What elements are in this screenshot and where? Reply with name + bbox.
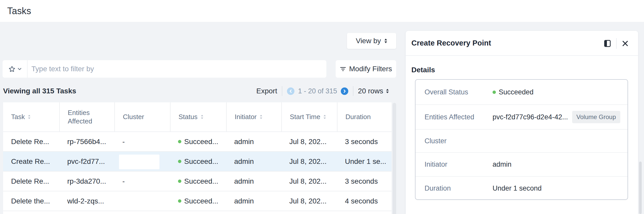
overall-status-value: Succeeded	[493, 88, 533, 96]
table-row-selected[interactable]: Create Re... pvc-f2d77... Succeed... adm…	[3, 151, 392, 171]
modify-filters-label: Modify Filters	[349, 65, 392, 73]
cell-entities: rp-7566b4...	[67, 132, 106, 151]
cell-start-time: Jul 8, 202...	[289, 172, 327, 191]
cell-start-time: Jul 8, 202...	[289, 191, 327, 211]
sort-toggle-icon	[384, 38, 387, 43]
viewing-count-text: Viewing all 315 Tasks	[3, 84, 76, 98]
detail-row-overall-status: Overall Status Succeeded	[416, 80, 628, 104]
cluster-cell-overlay	[119, 155, 159, 169]
filter-bar	[3, 60, 326, 78]
cell-task: Delete Re...	[11, 172, 49, 191]
page-title: Tasks	[7, 6, 31, 16]
export-button[interactable]: Export	[256, 87, 277, 95]
table-row[interactable]: Delete the... wld-2-zqs... Succeed... ad…	[3, 191, 392, 211]
panel-title: Create Recovery Point	[411, 39, 491, 47]
divider	[616, 38, 617, 49]
cell-status: Succeed...	[178, 191, 218, 211]
panel-actions	[604, 31, 628, 56]
saved-filters-dropdown[interactable]	[3, 60, 28, 78]
cell-start-time: Jul 8, 202...	[289, 152, 327, 171]
table-header-row: Task Entities Affected Cluster Status In…	[3, 102, 392, 131]
sort-icon	[260, 115, 262, 119]
detail-row-cluster: Cluster	[416, 129, 628, 152]
cell-cluster: -	[122, 172, 125, 191]
cell-task: Delete the...	[11, 191, 50, 211]
view-by-label: View by	[356, 37, 381, 45]
cell-start-time: Jul 8, 202...	[289, 132, 327, 151]
table-row[interactable]	[3, 211, 392, 214]
cell-cluster: -	[122, 132, 125, 151]
column-header-entities-affected[interactable]: Entities Affected	[59, 102, 114, 131]
column-header-initiator[interactable]: Initiator	[226, 102, 281, 131]
table-controls: Export 1 - 20 of 315 20 rows	[256, 85, 389, 97]
details-card: Overall Status Succeeded Entities Affect…	[415, 79, 628, 200]
filter-funnel-icon	[340, 66, 346, 72]
cell-status: Succeed...	[178, 152, 218, 171]
close-icon[interactable]	[622, 40, 628, 47]
column-header-start-time[interactable]: Start Time	[281, 102, 337, 131]
divider	[353, 86, 353, 96]
entities-affected-value[interactable]: pvc-f2d77c96-d2e4-42...	[493, 113, 568, 121]
pagination-next-button[interactable]	[341, 87, 348, 95]
pagination-prev-button[interactable]	[287, 87, 294, 95]
cell-task: Create Re...	[11, 152, 50, 171]
status-dot-icon	[178, 199, 181, 203]
panel-header: Create Recovery Point	[406, 31, 638, 56]
filter-text-input[interactable]	[31, 60, 323, 78]
cell-initiator: admin	[234, 152, 254, 171]
detail-row-entities-affected: Entities Affected pvc-f2d77c96-d2e4-42..…	[416, 104, 628, 129]
cell-initiator: admin	[234, 191, 254, 211]
status-dot-icon	[178, 160, 181, 163]
rows-per-page-label: 20 rows	[358, 87, 383, 95]
status-dot-icon	[178, 180, 181, 183]
detail-row-initiator: Initiator admin	[416, 152, 628, 176]
sort-icon	[201, 115, 204, 119]
divider	[282, 86, 282, 96]
table-row[interactable]: Delete Re... rp-7566b4... - Succeed... a…	[3, 131, 392, 151]
cell-status: Succeed...	[178, 172, 218, 191]
cell-initiator: admin	[234, 132, 254, 151]
status-dot-icon	[178, 140, 181, 143]
status-dot-icon	[493, 91, 496, 94]
column-header-cluster[interactable]: Cluster	[114, 102, 170, 131]
details-panel: Create Recovery Point Details Overall St…	[406, 31, 638, 214]
cell-status: Succeed...	[178, 132, 218, 151]
cell-duration: 3 seconds	[345, 172, 378, 191]
modify-filters-button[interactable]: Modify Filters	[336, 60, 396, 78]
chevron-down-icon	[18, 68, 21, 70]
table-scrollbar[interactable]	[393, 103, 396, 214]
column-header-status[interactable]: Status	[170, 102, 226, 131]
expand-panel-button[interactable]	[604, 40, 611, 47]
sort-icon	[323, 115, 326, 119]
view-by-button[interactable]: View by	[347, 33, 396, 49]
cell-duration: 4 seconds	[345, 191, 378, 211]
entity-type-badge: Volume Group	[572, 111, 620, 123]
cell-duration: Under 1 se...	[345, 152, 386, 171]
star-icon	[9, 66, 15, 73]
cell-initiator: admin	[234, 172, 254, 191]
cell-task: Delete Re...	[11, 132, 49, 151]
sort-icon	[28, 115, 31, 119]
cell-entities: wld-2-zqs...	[67, 191, 104, 211]
tasks-table: Task Entities Affected Cluster Status In…	[3, 102, 392, 214]
page-scrollbar[interactable]	[639, 162, 642, 214]
rows-per-page-selector[interactable]: 20 rows	[358, 87, 389, 95]
column-header-duration[interactable]: Duration	[337, 102, 392, 131]
column-header-task[interactable]: Task	[3, 102, 59, 131]
pagination-range-text: 1 - 20 of 315	[298, 87, 337, 95]
table-row[interactable]: Delete Re... rp-3da270... - Succeed... a…	[3, 171, 392, 191]
details-section-title: Details	[411, 66, 435, 74]
title-bar: Tasks	[0, 0, 644, 22]
tasks-screen: Tasks View by Modify Filter	[0, 0, 644, 214]
cell-entities: pvc-f2d77...	[67, 152, 105, 171]
cell-duration: 3 seconds	[345, 132, 378, 151]
cell-entities: rp-3da270...	[67, 172, 106, 191]
detail-row-duration: Duration Under 1 second	[416, 176, 628, 200]
